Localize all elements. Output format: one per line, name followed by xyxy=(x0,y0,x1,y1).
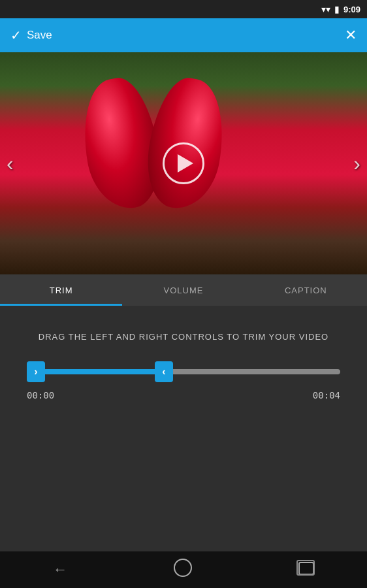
right-handle-arrow: ‹ xyxy=(162,366,165,378)
wifi-icon: ▾▾ xyxy=(321,4,330,14)
next-button[interactable]: › xyxy=(347,145,367,182)
tab-trim[interactable]: TRIM xyxy=(0,274,122,306)
trim-slider[interactable]: › ‹ xyxy=(27,360,340,384)
recents-icon xyxy=(298,562,314,575)
status-time: 9:09 xyxy=(343,5,360,14)
previous-button[interactable]: ‹ xyxy=(0,145,20,182)
trim-handle-left[interactable]: › xyxy=(27,361,45,382)
checkmark-icon: ✓ xyxy=(10,27,22,43)
video-container: ‹ › xyxy=(0,52,367,274)
play-icon xyxy=(178,154,193,172)
status-bar: ▾▾ ▮ 9:09 xyxy=(0,0,367,18)
save-button[interactable]: ✓ Save xyxy=(10,27,52,43)
bottom-nav: ← xyxy=(0,551,367,588)
home-button[interactable] xyxy=(168,553,197,586)
save-label: Save xyxy=(27,29,52,42)
recents-button[interactable] xyxy=(293,555,319,584)
battery-icon: ▮ xyxy=(334,4,340,14)
trim-instruction: DRAG THE LEFT AND RIGHT CONTROLS TO TRIM… xyxy=(39,332,328,342)
end-time: 00:04 xyxy=(313,390,340,400)
tab-bar: TRIM VOLUME CAPTION xyxy=(0,274,367,306)
toolbar: ✓ Save ✕ xyxy=(0,18,367,52)
content-area: DRAG THE LEFT AND RIGHT CONTROLS TO TRIM… xyxy=(0,306,367,562)
tab-volume[interactable]: VOLUME xyxy=(122,274,244,306)
home-icon xyxy=(174,559,192,577)
back-button[interactable]: ← xyxy=(48,556,72,583)
time-labels: 00:00 00:04 xyxy=(27,390,340,400)
tab-underline xyxy=(0,304,122,306)
start-time: 00:00 xyxy=(27,390,54,400)
tab-caption[interactable]: CAPTION xyxy=(245,274,367,306)
slider-track-fill xyxy=(44,369,161,374)
trim-handle-right[interactable]: ‹ xyxy=(155,361,173,382)
close-button[interactable]: ✕ xyxy=(345,27,357,44)
play-button[interactable] xyxy=(163,142,204,184)
left-handle-arrow: › xyxy=(34,366,37,378)
